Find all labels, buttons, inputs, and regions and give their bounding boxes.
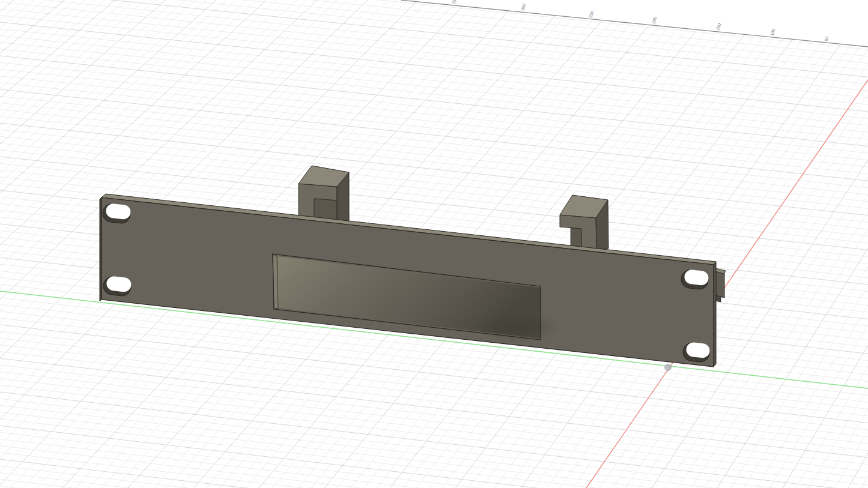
cad-viewport[interactable]: 350 300 250 200 150 100 50 — [0, 0, 868, 488]
cad-viewport-canvas[interactable]: 350 300 250 200 150 100 50 — [0, 0, 868, 488]
pocket-corner-shadow — [476, 312, 560, 343]
rear-tab[interactable] — [715, 268, 726, 302]
origin-indicator — [665, 364, 672, 371]
